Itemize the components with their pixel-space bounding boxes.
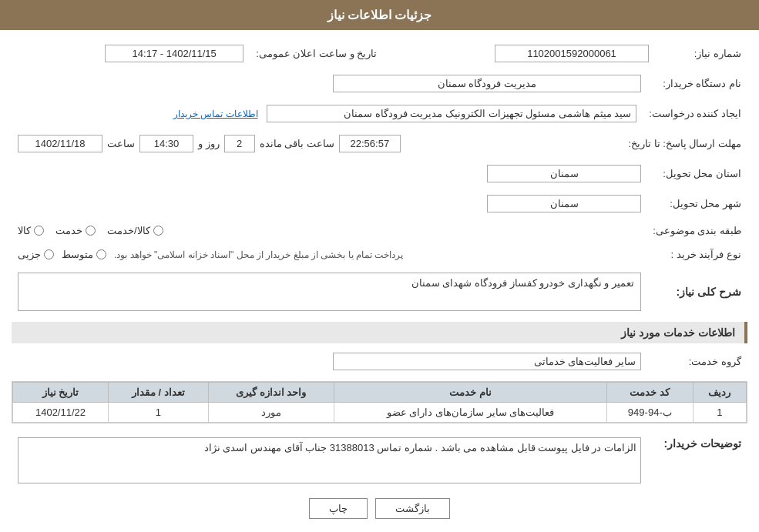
tawzihat-value: الزامات در فایل پیوست قابل مشاهده می باش… (204, 442, 636, 453)
navea-label: نوع فرآیند خرید : (647, 246, 747, 263)
jozei-label: جزیی (18, 249, 41, 260)
rooz-label: روز و (198, 138, 220, 149)
kala-khadamat-radio-label: کالا/خدمت (107, 225, 150, 236)
shahr-label: شهر محل تحویل: (647, 192, 747, 216)
motavasset-label: متوسط (62, 249, 93, 260)
radio-khadamat[interactable]: خدمت (55, 225, 96, 236)
khadamat-section-title: اطلاعات خدمات مورد نیاز (12, 322, 747, 343)
ijad-konande-link[interactable]: اطلاعات تماس خریدار (173, 109, 258, 119)
table-row: 1ب-94-949فعالیت‌های سایر سازمان‌های دارا… (13, 403, 747, 423)
sharh-niaz-box: تعمیر و نگهداری خودرو کفساز فرودگاه شهدا… (18, 273, 641, 311)
gorohe-khadamat-label: گروه خدمت: (647, 350, 747, 373)
radio-kala-khadamat[interactable]: کالا/خدمت (107, 225, 163, 236)
sharh-niaz-label: شرح کلی نیاز: (647, 269, 747, 314)
tarikh-value: 1402/11/18 (18, 135, 102, 152)
notice-text: پرداخت تمام یا بخشی از مبلغ خریدار از مح… (114, 249, 403, 260)
tabaqe-label: طبقه بندی موضوعی: (646, 222, 747, 239)
col-vahed: واحد اندازه گیری (208, 383, 334, 403)
radio-kala[interactable]: کالا (18, 225, 44, 236)
tawzihat-label: توضیحات خریدار: (647, 431, 747, 487)
rooz-value: 2 (224, 135, 255, 152)
bazgasht-button[interactable]: بازگشت (375, 498, 450, 519)
col-tarikh: تاریخ نیاز (13, 383, 109, 403)
page-header: جزئیات اطلاعات نیاز (0, 0, 759, 30)
col-radif: ردیف (693, 383, 746, 403)
col-nam: نام خدمت (334, 383, 607, 403)
tarikh-elam-label: تاریخ و ساعت اعلان عمومی: (250, 42, 392, 65)
shomara-niaz-value: 1102001592000061 (495, 45, 649, 62)
col-tedad: تعداد / مقدار (108, 383, 208, 403)
mohlat-label: مهلت ارسال پاسخ: تا تاریخ: (622, 132, 747, 156)
ijad-konande-value: سید میثم هاشمی مسئول تجهیزات الکترونیک م… (267, 105, 636, 122)
baqi-value: 22:56:57 (339, 135, 401, 152)
chap-button[interactable]: چاپ (309, 498, 368, 519)
button-row: چاپ بازگشت (12, 498, 747, 519)
shahr-value: سمنان (487, 195, 641, 212)
nam-dastgah-label: نام دستگاه خریدار: (647, 72, 747, 95)
page-title: جزئیات اطلاعات نیاز (327, 8, 432, 22)
baqi-label: ساعت باقی مانده (260, 138, 334, 149)
ijad-konande-label: ایجاد کننده درخواست: (643, 102, 747, 125)
tawzihat-box: الزامات در فایل پیوست قابل مشاهده می باش… (18, 437, 641, 483)
services-table-container: ردیف کد خدمت نام خدمت واحد اندازه گیری ت… (12, 381, 747, 423)
radio-jozei[interactable]: جزیی (18, 249, 54, 260)
shomara-niaz-label: شماره نیاز: (655, 42, 747, 65)
sharh-niaz-value: تعمیر و نگهداری خودرو کفساز فرودگاه شهدا… (411, 277, 634, 289)
saat-label: ساعت (107, 138, 135, 149)
nam-dastgah-value: مدیریت فرودگاه سمنان (333, 75, 641, 92)
khadamat-radio-label: خدمت (55, 225, 82, 236)
tarikh-elam-value: 1402/11/15 - 14:17 (105, 45, 243, 62)
kala-radio-label: کالا (18, 225, 31, 236)
ostan-value: سمنان (487, 165, 641, 182)
col-kod: کد خدمت (607, 383, 694, 403)
gorohe-khadamat-value: سایر فعالیت‌های خدماتی (333, 353, 641, 370)
saat-value: 14:30 (139, 135, 193, 152)
ostan-label: استان محل تحویل: (647, 162, 747, 186)
radio-motavasset[interactable]: متوسط (62, 249, 106, 260)
services-table: ردیف کد خدمت نام خدمت واحد اندازه گیری ت… (12, 382, 747, 423)
